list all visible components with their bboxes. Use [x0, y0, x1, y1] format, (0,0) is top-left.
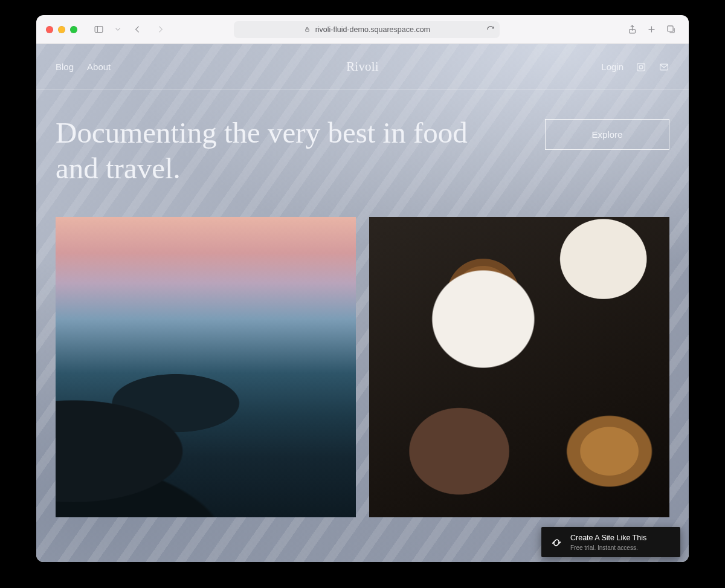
zoom-window-button[interactable] [70, 26, 77, 33]
tab-overview-icon[interactable] [663, 22, 679, 37]
instagram-icon[interactable] [636, 62, 646, 73]
svg-rect-2 [305, 29, 309, 31]
hero-heading: Documenting the very best in food and tr… [56, 115, 515, 187]
nav-link-about[interactable]: About [87, 62, 111, 72]
post-card[interactable] [56, 217, 356, 517]
post-grid [36, 217, 689, 517]
login-link[interactable]: Login [601, 62, 624, 72]
page-viewport: Blog About Rivoli Login Documenting the … [36, 44, 689, 562]
address-bar[interactable]: rivoli-fluid-demo.squarespace.com [234, 21, 500, 38]
browser-toolbar: rivoli-fluid-demo.squarespace.com [36, 15, 689, 44]
promo-title: Create A Site Like This [570, 534, 646, 543]
nav-link-blog[interactable]: Blog [56, 62, 74, 72]
window-controls [46, 26, 77, 33]
close-window-button[interactable] [46, 26, 53, 33]
header-right: Login [601, 62, 669, 73]
mail-icon[interactable] [659, 62, 669, 73]
site-header: Blog About Rivoli Login [36, 44, 689, 90]
lock-icon [304, 26, 311, 33]
forward-button-icon [152, 22, 168, 37]
squarespace-promo[interactable]: Create A Site Like This Free trial. Inst… [541, 527, 680, 557]
site-title: Rivoli [36, 59, 689, 74]
tab-group-dropdown-icon[interactable] [114, 22, 122, 37]
svg-rect-7 [637, 63, 645, 71]
address-bar-text: rivoli-fluid-demo.squarespace.com [315, 25, 430, 34]
back-button-icon[interactable] [129, 22, 145, 37]
svg-point-9 [643, 64, 644, 65]
promo-subtitle: Free trial. Instant access. [570, 544, 646, 551]
explore-button[interactable]: Explore [545, 119, 669, 150]
share-icon[interactable] [625, 22, 640, 37]
minimize-window-button[interactable] [58, 26, 65, 33]
primary-nav: Blog About [56, 62, 111, 72]
promo-text: Create A Site Like This Free trial. Inst… [570, 534, 646, 551]
svg-rect-0 [95, 27, 103, 33]
hero-section: Documenting the very best in food and tr… [36, 90, 689, 196]
svg-point-8 [639, 65, 643, 69]
svg-rect-6 [668, 26, 673, 31]
new-tab-icon[interactable] [644, 22, 660, 37]
post-card[interactable] [369, 217, 669, 517]
squarespace-logo-icon [550, 536, 563, 549]
browser-window: rivoli-fluid-demo.squarespace.com Blog A… [36, 15, 689, 562]
sidebar-toggle-icon[interactable] [91, 22, 106, 37]
reload-icon[interactable] [486, 25, 495, 34]
